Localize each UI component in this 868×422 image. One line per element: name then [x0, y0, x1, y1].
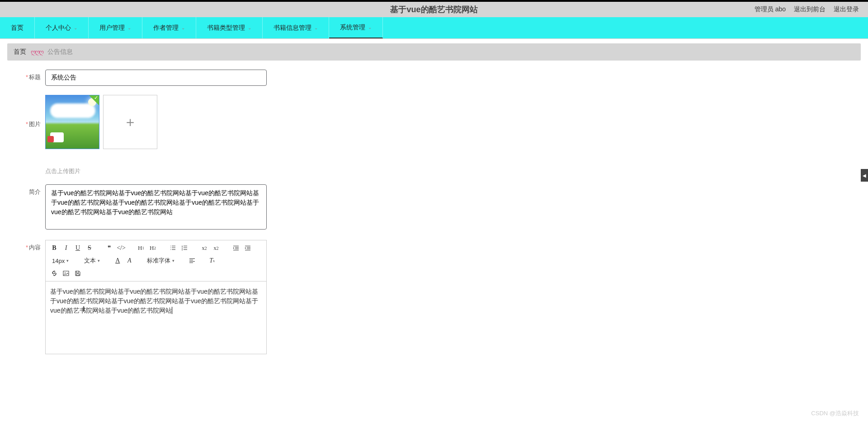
goto-front-link[interactable]: 退出到前台: [794, 5, 826, 14]
underline-icon[interactable]: U: [73, 243, 83, 253]
chevron-down-icon: ⌄: [181, 25, 185, 30]
superscript-icon[interactable]: x2: [211, 243, 221, 253]
link-icon[interactable]: [49, 268, 59, 278]
form-row-intro: 简介 基于vue的酷艺书院网站基于vue的酷艺书院网站基于vue的酷艺书院网站基…: [18, 184, 850, 231]
chevron-down-icon: ⌄: [368, 25, 372, 30]
side-collapse-tab[interactable]: ◀: [861, 169, 868, 182]
svg-point-2: [182, 249, 183, 250]
text-cursor-icon: I: [83, 304, 85, 315]
content-label: *内容: [18, 240, 45, 252]
nav-system-mgmt[interactable]: 系统管理⌄: [329, 17, 383, 38]
admin-link[interactable]: 管理员 abo: [755, 5, 786, 14]
nav-label: 个人中心: [46, 24, 71, 32]
editor-text: 基于vue的酷艺书院网站基于vue的酷艺书院网站基于vue的酷艺书院网站基于vu…: [50, 288, 258, 314]
nav-label: 系统管理: [340, 23, 365, 32]
nav-book-info-mgmt[interactable]: 书籍信息管理⌄: [263, 17, 329, 38]
nav-label: 书籍类型管理: [207, 24, 245, 32]
top-bar: 基于vue的酷艺书院网站 管理员 abo 退出到前台 退出登录: [0, 0, 868, 17]
h2-icon[interactable]: H2: [148, 243, 158, 253]
bold-icon[interactable]: B: [49, 243, 59, 253]
font-size-select[interactable]: 14px▾: [49, 256, 71, 266]
clear-format-icon[interactable]: Tx: [207, 256, 217, 266]
top-right-links: 管理员 abo 退出到前台 退出登录: [755, 5, 859, 14]
app-title: 基于vue的酷艺书院网站: [390, 4, 477, 15]
image-icon[interactable]: [61, 268, 71, 278]
breadcrumb-separator: ღღღ: [31, 48, 43, 56]
image-upload-row: ＋: [45, 95, 157, 149]
nav-author-mgmt[interactable]: 作者管理⌄: [142, 17, 196, 38]
form-row-content: *内容 B I U S ❞ </> H1 H2: [18, 240, 850, 354]
rich-editor: B I U S ❞ </> H1 H2 x2: [45, 240, 267, 354]
subscript-icon[interactable]: x2: [199, 243, 209, 253]
editor-toolbar: B I U S ❞ </> H1 H2 x2: [46, 240, 266, 281]
svg-point-1: [182, 248, 183, 249]
svg-point-4: [65, 272, 66, 273]
thumb-basket: [50, 132, 64, 142]
align-icon[interactable]: [187, 256, 197, 266]
thumb-cloud: [50, 103, 95, 118]
chevron-down-icon: ⌄: [74, 25, 77, 30]
add-image-button[interactable]: ＋: [103, 95, 157, 149]
uploaded-image-thumb[interactable]: [45, 95, 99, 149]
indent-icon[interactable]: [243, 243, 253, 253]
text-type-select[interactable]: 文本▾: [81, 256, 103, 266]
code-icon[interactable]: </>: [116, 243, 126, 253]
save-icon[interactable]: [73, 268, 83, 278]
upload-hint: 点击上传图片: [45, 167, 157, 175]
h1-icon[interactable]: H1: [136, 243, 146, 253]
ordered-list-icon[interactable]: [168, 243, 178, 253]
chevron-down-icon: ⌄: [127, 25, 131, 30]
title-label: *标题: [18, 70, 45, 81]
font-color-icon[interactable]: A: [113, 256, 123, 266]
nav-user-mgmt[interactable]: 用户管理⌄: [89, 17, 142, 38]
nav-book-type-mgmt[interactable]: 书籍类型管理⌄: [196, 17, 263, 38]
title-input[interactable]: [45, 70, 267, 86]
breadcrumb-home[interactable]: 首页: [14, 48, 26, 56]
svg-point-0: [182, 246, 183, 247]
bg-color-icon[interactable]: A: [124, 256, 134, 266]
nav-label: 首页: [11, 24, 24, 32]
nav-home[interactable]: 首页: [0, 17, 35, 38]
image-label: *图片: [18, 95, 45, 128]
chevron-down-icon: ⌄: [248, 25, 251, 30]
select-arrow-icon: ▾: [172, 258, 175, 263]
logout-link[interactable]: 退出登录: [834, 5, 859, 14]
nav-label: 用户管理: [99, 24, 125, 32]
select-arrow-icon: ▾: [66, 258, 69, 263]
form-row-image: *图片 ＋ 点击上传图片: [18, 95, 850, 175]
plus-icon: ＋: [123, 113, 137, 131]
outdent-icon[interactable]: [231, 243, 241, 253]
font-family-select[interactable]: 标准字体▾: [144, 256, 177, 266]
text-caret: [172, 307, 172, 314]
unordered-list-icon[interactable]: [179, 243, 189, 253]
editor-body[interactable]: 基于vue的酷艺书院网站基于vue的酷艺书院网站基于vue的酷艺书院网站基于vu…: [46, 281, 266, 354]
intro-label: 简介: [18, 184, 45, 196]
form-row-title: *标题: [18, 70, 850, 86]
nav-label: 作者管理: [153, 24, 179, 32]
intro-textarea[interactable]: 基于vue的酷艺书院网站基于vue的酷艺书院网站基于vue的酷艺书院网站基于vu…: [45, 184, 267, 230]
nav-personal-center[interactable]: 个人中心⌄: [35, 17, 89, 38]
breadcrumb: 首页 ღღღ 公告信息: [7, 43, 861, 61]
strike-icon[interactable]: S: [85, 243, 94, 253]
select-arrow-icon: ▾: [98, 258, 100, 263]
quote-icon[interactable]: ❞: [104, 243, 114, 253]
breadcrumb-current: 公告信息: [47, 48, 73, 56]
nav-label: 书籍信息管理: [274, 24, 311, 32]
form-area: *标题 *图片 ＋ 点击上传图片 简介: [0, 65, 868, 381]
main-nav: 首页 个人中心⌄ 用户管理⌄ 作者管理⌄ 书籍类型管理⌄ 书籍信息管理⌄ 系统管…: [0, 17, 868, 39]
chevron-down-icon: ⌄: [314, 25, 318, 30]
italic-icon[interactable]: I: [61, 243, 71, 253]
